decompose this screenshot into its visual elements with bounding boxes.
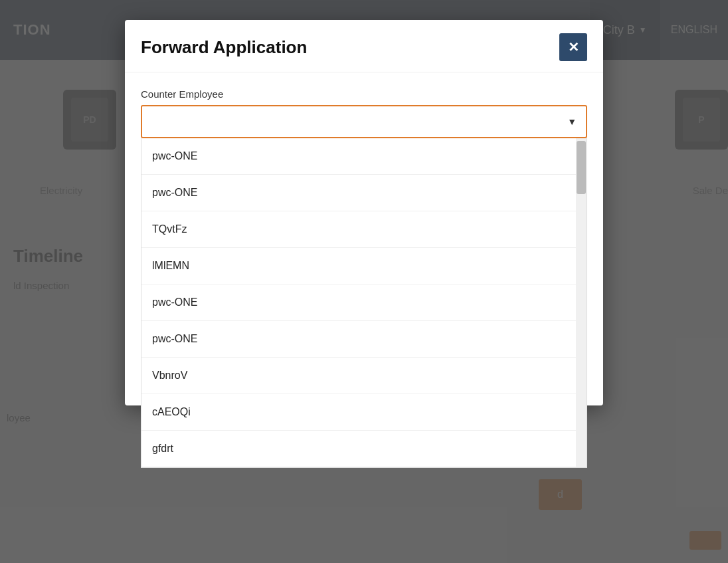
dropdown-item-8[interactable]: gfdrt xyxy=(141,431,576,467)
close-icon: ✕ xyxy=(568,39,579,55)
scrollbar-thumb xyxy=(577,141,586,194)
modal-backdrop: Forward Application ✕ Counter Employee ▼… xyxy=(0,0,728,563)
modal-header: Forward Application ✕ xyxy=(125,20,603,72)
modal-title: Forward Application xyxy=(141,37,307,58)
counter-employee-select-wrapper: ▼ pwc-ONE pwc-ONE TQvtFz lMlEMN pwc-ONE … xyxy=(141,105,587,138)
forward-application-modal: Forward Application ✕ Counter Employee ▼… xyxy=(125,20,603,405)
counter-employee-label: Counter Employee xyxy=(141,88,587,100)
scrollbar[interactable] xyxy=(576,138,587,467)
dropdown-list: pwc-ONE pwc-ONE TQvtFz lMlEMN pwc-ONE pw… xyxy=(141,138,587,468)
dropdown-item-7[interactable]: cAEOQi xyxy=(141,394,576,431)
dropdown-items-container: pwc-ONE pwc-ONE TQvtFz lMlEMN pwc-ONE pw… xyxy=(141,138,576,467)
modal-body: Counter Employee ▼ pwc-ONE pwc-ONE TQvtF… xyxy=(125,72,603,138)
dropdown-item-0[interactable]: pwc-ONE xyxy=(141,138,576,175)
dropdown-item-6[interactable]: VbnroV xyxy=(141,358,576,394)
dropdown-item-4[interactable]: pwc-ONE xyxy=(141,284,576,321)
counter-employee-select[interactable]: ▼ xyxy=(141,105,587,138)
dropdown-item-2[interactable]: TQvtFz xyxy=(141,211,576,248)
modal-close-button[interactable]: ✕ xyxy=(559,33,587,61)
dropdown-item-3[interactable]: lMlEMN xyxy=(141,248,576,284)
dropdown-item-5[interactable]: pwc-ONE xyxy=(141,321,576,358)
select-arrow-icon: ▼ xyxy=(567,116,577,127)
dropdown-item-1[interactable]: pwc-ONE xyxy=(141,175,576,211)
